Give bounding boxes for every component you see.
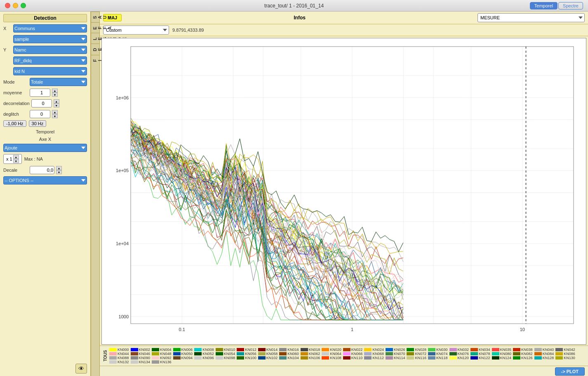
legend-item: KN040 xyxy=(534,348,554,352)
eye-button[interactable]: 👁 xyxy=(75,364,87,374)
decale-row: Decale ▲ ▼ xyxy=(3,166,87,174)
legend-color xyxy=(449,352,457,355)
window-title: trace_tout/ 1 - 2016_01_14 xyxy=(264,3,324,9)
legend-color xyxy=(407,356,414,360)
moyenne-spinner[interactable]: ▲ ▼ xyxy=(52,89,58,97)
legend-item: KN038 xyxy=(513,348,533,352)
mode-label: Mode xyxy=(3,79,28,84)
legend-name: KN096 xyxy=(202,356,214,360)
y-sub1-row: RF_didq xyxy=(3,56,87,65)
vtab-legende[interactable]: LEGENDE xyxy=(91,33,99,44)
moyenne-input[interactable] xyxy=(30,89,50,97)
legend-color xyxy=(258,348,266,351)
legend-item: KN002 xyxy=(131,348,151,352)
custom-select[interactable]: Custom xyxy=(103,26,169,35)
vertical-tabs: SAUV EFFA LEGENDE DETECTION FITS xyxy=(91,12,100,376)
legend-item: KN052 xyxy=(194,352,214,356)
legend-color xyxy=(449,348,457,351)
x-field-row: X Communs xyxy=(3,24,87,33)
deglitch-row: deglitch ▲ ▼ xyxy=(3,110,87,118)
legend-item: KN048 xyxy=(152,352,172,356)
x1-spinner[interactable]: ▲ ▼ xyxy=(13,155,19,163)
y-field-row: Y Namc xyxy=(3,46,87,54)
decorrelation-label: decorrelation xyxy=(3,101,30,106)
legend-name: KN064 xyxy=(330,352,341,356)
mesure-select[interactable]: MESURE xyxy=(477,13,585,22)
mode-select[interactable]: Totale xyxy=(30,78,87,86)
deco-up[interactable]: ▲ xyxy=(54,99,59,103)
legend-name: KN126 xyxy=(521,356,533,360)
legend-name: KN014 xyxy=(266,348,278,352)
plot-button[interactable]: -> PLOT xyxy=(555,367,585,376)
legend-name: KN074 xyxy=(436,352,448,356)
minimize-button[interactable] xyxy=(13,3,18,8)
legend-color xyxy=(109,352,117,355)
legend-color xyxy=(109,348,117,351)
content-area: MAJ Infos MESURE Custom 9.8791,4333.89 xyxy=(100,12,588,376)
decorrelation-input[interactable] xyxy=(31,99,52,107)
deg-down[interactable]: ▼ xyxy=(52,114,58,118)
legend-color xyxy=(492,352,499,355)
x1-up[interactable]: ▲ xyxy=(13,155,19,159)
y-sub2-select[interactable]: kid N xyxy=(13,67,87,75)
options-select[interactable]: -- OPTIONS -- xyxy=(3,176,87,184)
legend-color xyxy=(407,352,414,355)
legend-item: KN018 xyxy=(301,348,320,352)
legend-name: KN090 xyxy=(139,356,151,360)
close-button[interactable] xyxy=(5,3,10,8)
legend-name: KN008 xyxy=(202,348,214,352)
temporel-label: Temporel xyxy=(3,129,87,134)
legend-item: KN092 xyxy=(152,356,172,360)
legend-color xyxy=(152,360,159,364)
legend-color xyxy=(131,348,138,351)
main-chart[interactable] xyxy=(102,38,586,344)
decale-up[interactable]: ▲ xyxy=(56,166,62,170)
legend-item: KN100 xyxy=(237,356,256,360)
legend-color xyxy=(449,356,457,360)
vtab-effa[interactable]: EFFA xyxy=(91,22,99,33)
tab-spectre[interactable]: Spectre xyxy=(558,2,583,9)
moyenne-down[interactable]: ▼ xyxy=(52,93,58,97)
legend-item: KN090 xyxy=(131,356,151,360)
deg-up[interactable]: ▲ xyxy=(52,110,58,114)
legend-item: KN042 xyxy=(555,348,575,352)
deglitch-input[interactable] xyxy=(30,110,50,118)
vtab-sauv[interactable]: SAUV xyxy=(91,12,99,22)
legend-name: KN134 xyxy=(139,360,151,364)
decale-down[interactable]: ▼ xyxy=(56,170,62,174)
vtab-detection[interactable]: DETECTION xyxy=(91,44,99,55)
x-select[interactable]: Communs xyxy=(13,24,87,33)
legend-name: KN114 xyxy=(394,356,405,360)
ajoute-select[interactable]: Ajoute xyxy=(3,144,87,152)
deco-down[interactable]: ▼ xyxy=(54,103,59,107)
tab-temporel[interactable]: Temporel xyxy=(530,2,557,9)
legend-color xyxy=(343,352,350,355)
moyenne-row: moyenne ▲ ▼ xyxy=(3,89,87,97)
y-label: Y xyxy=(3,47,12,52)
vtab-fits[interactable]: FITS xyxy=(91,55,99,65)
legend-item: KN096 xyxy=(194,356,214,360)
x1-down[interactable]: ▼ xyxy=(13,159,19,163)
hz-min: -1,00 Hz xyxy=(3,120,26,127)
hz-max: 30 Hz xyxy=(29,120,47,127)
legend-color xyxy=(386,348,393,351)
legend-item: KN008 xyxy=(194,348,214,352)
legend-item: KN110 xyxy=(343,356,363,360)
x1-label: x 1 xyxy=(6,156,12,161)
deglitch-spinner[interactable]: ▲ ▼ xyxy=(52,110,58,118)
legend-name: KN020 xyxy=(330,348,341,352)
maximize-button[interactable] xyxy=(21,3,26,8)
legend-color xyxy=(470,352,478,355)
decale-input[interactable] xyxy=(30,166,54,174)
legend-name: KN056 xyxy=(245,352,256,356)
legend-name: KN068 xyxy=(372,352,384,356)
y-sub1-select[interactable]: RF_didq xyxy=(13,56,87,65)
legend-item: KN104 xyxy=(279,356,299,360)
decorrelation-spinner[interactable]: ▲ ▼ xyxy=(54,99,59,107)
legend-item: KN066 xyxy=(343,352,363,356)
y-select[interactable]: Namc xyxy=(13,46,87,54)
x-sub-select[interactable]: sample xyxy=(13,35,87,43)
moyenne-up[interactable]: ▲ xyxy=(52,89,58,93)
legend-items: KN000 KN002 KN004 KN006 KN008 KN010 KN01… xyxy=(109,348,575,364)
decale-spinner[interactable]: ▲ ▼ xyxy=(56,166,62,174)
